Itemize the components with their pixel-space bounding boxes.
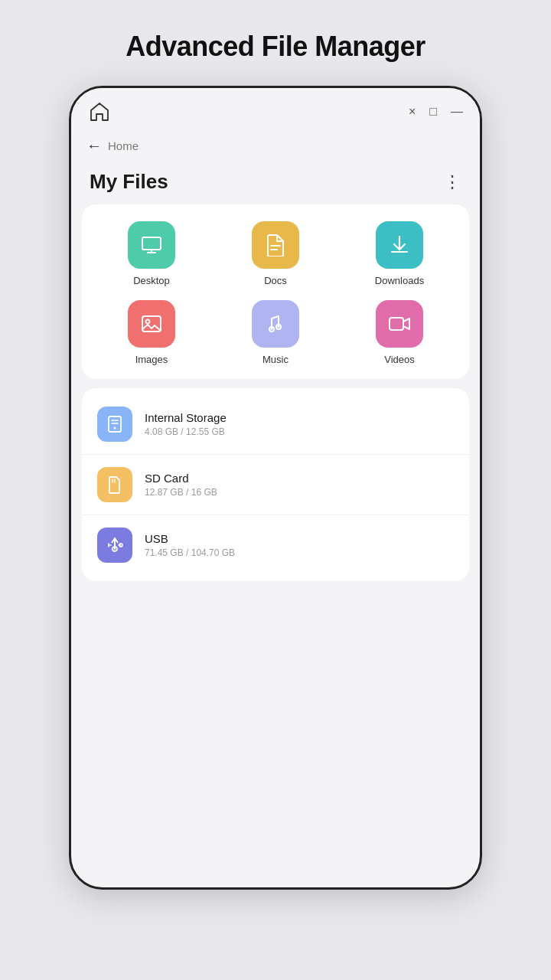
maximize-button[interactable]: □ bbox=[429, 105, 437, 119]
folders-grid: Desktop Docs bbox=[90, 221, 461, 365]
window-controls: × □ — bbox=[409, 105, 463, 119]
desktop-label: Desktop bbox=[133, 275, 170, 286]
my-files-header: My Files ⋮ bbox=[71, 161, 480, 204]
storage-usb[interactable]: USB 71.45 GB / 104.70 GB bbox=[82, 515, 469, 575]
usb-icon bbox=[97, 528, 132, 563]
usb-name: USB bbox=[145, 532, 235, 545]
back-button[interactable]: ← bbox=[86, 137, 102, 155]
more-options-button[interactable]: ⋮ bbox=[444, 174, 461, 191]
music-icon bbox=[252, 300, 299, 348]
sdcard-name: SD Card bbox=[145, 472, 217, 485]
folder-desktop[interactable]: Desktop bbox=[90, 221, 214, 286]
storage-card: Internal Storage 4.08 GB / 12.55 GB SD C… bbox=[82, 388, 469, 581]
svg-point-11 bbox=[114, 427, 116, 430]
home-icon[interactable] bbox=[88, 100, 111, 123]
page-title: Advanced File Manager bbox=[126, 31, 425, 63]
sdcard-info: SD Card 12.87 GB / 16 GB bbox=[145, 472, 217, 498]
internal-storage-info: Internal Storage 4.08 GB / 12.55 GB bbox=[145, 411, 227, 437]
folder-videos[interactable]: Videos bbox=[337, 300, 461, 365]
usb-info: USB 71.45 GB / 104.70 GB bbox=[145, 532, 235, 558]
docs-label: Docs bbox=[264, 275, 287, 286]
sdcard-icon bbox=[97, 467, 132, 502]
svg-rect-0 bbox=[142, 237, 161, 250]
downloads-label: Downloads bbox=[375, 275, 424, 286]
svg-rect-8 bbox=[109, 416, 121, 432]
close-button[interactable]: × bbox=[409, 105, 416, 119]
svg-point-4 bbox=[146, 320, 150, 324]
storage-sdcard[interactable]: SD Card 12.87 GB / 16 GB bbox=[82, 455, 469, 515]
images-label: Images bbox=[135, 354, 168, 365]
music-label: Music bbox=[262, 354, 289, 365]
internal-storage-icon bbox=[97, 407, 132, 442]
docs-icon bbox=[252, 221, 299, 269]
folder-music[interactable]: Music bbox=[214, 300, 337, 365]
folder-downloads[interactable]: Downloads bbox=[337, 221, 461, 286]
internal-storage-name: Internal Storage bbox=[145, 411, 227, 424]
nav-label: Home bbox=[108, 139, 139, 152]
folder-docs[interactable]: Docs bbox=[214, 221, 337, 286]
nav-row: ← Home bbox=[71, 129, 480, 161]
downloads-icon bbox=[376, 221, 423, 269]
folder-images[interactable]: Images bbox=[90, 300, 214, 365]
videos-icon bbox=[376, 300, 423, 348]
phone-top-bar: × □ — bbox=[71, 88, 480, 129]
usb-size: 71.45 GB / 104.70 GB bbox=[145, 547, 235, 558]
desktop-icon bbox=[128, 221, 175, 269]
images-icon bbox=[128, 300, 175, 348]
phone-frame: × □ — ← Home My Files ⋮ Desktop bbox=[69, 86, 482, 890]
videos-label: Videos bbox=[384, 354, 415, 365]
sdcard-size: 12.87 GB / 16 GB bbox=[145, 487, 217, 498]
internal-storage-size: 4.08 GB / 12.55 GB bbox=[145, 426, 227, 437]
storage-internal[interactable]: Internal Storage 4.08 GB / 12.55 GB bbox=[82, 394, 469, 455]
svg-rect-7 bbox=[390, 318, 403, 330]
folders-card: Desktop Docs bbox=[82, 204, 469, 379]
minimize-button[interactable]: — bbox=[451, 105, 463, 119]
my-files-title: My Files bbox=[90, 170, 168, 194]
